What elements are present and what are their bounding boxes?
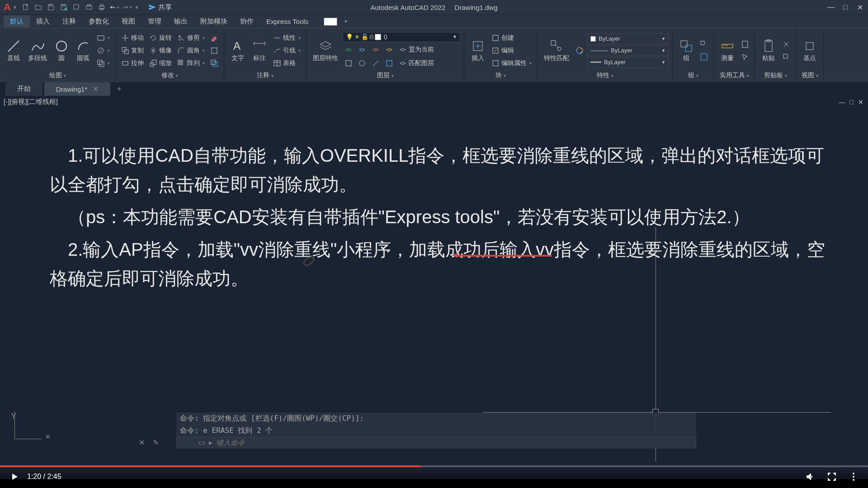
offset-icon[interactable]	[208, 57, 220, 69]
tab-collaborate[interactable]: 协作	[234, 15, 260, 28]
drawing-viewport[interactable]: [-][俯视][二维线框] — □ ✕ 1.可以使用CAD自带功能，输入OVER…	[0, 96, 868, 453]
edit-attr-button[interactable]: 编辑属性	[490, 57, 533, 69]
dimension-button[interactable]: 标注	[250, 38, 269, 63]
tab-appearance[interactable]	[324, 18, 337, 26]
color-wheel-icon[interactable]	[574, 45, 585, 56]
layer-d-icon[interactable]	[383, 57, 395, 69]
layer-selector[interactable]: 💡 ☀ 🔓 ⎙ 0 ▼	[343, 32, 460, 42]
app-menu-dropdown[interactable]: ▼	[13, 5, 17, 10]
group-button[interactable]: 组	[676, 38, 696, 63]
layer-off-icon[interactable]	[370, 44, 382, 56]
cmd-customize-icon[interactable]: ✎	[153, 438, 159, 447]
ungroup-icon[interactable]	[698, 38, 710, 50]
share-button[interactable]: 共享	[148, 3, 172, 12]
panel-annot-label[interactable]: 注释	[228, 70, 302, 80]
minimize-button[interactable]: —	[826, 3, 835, 12]
lineweight-selector[interactable]: ———ByLayer▼	[587, 45, 669, 56]
tab-drawing1[interactable]: Drawing1*✕	[44, 82, 110, 96]
explode-icon[interactable]	[208, 45, 220, 56]
play-button[interactable]	[9, 471, 20, 482]
cmd-close-icon[interactable]: ✕	[139, 438, 145, 447]
move-button[interactable]: 移动	[119, 32, 146, 44]
match-layer-button[interactable]: 匹配图层	[397, 57, 436, 69]
fillet-button[interactable]: 圆角	[175, 45, 207, 56]
tab-parametric[interactable]: 参数化	[82, 15, 115, 28]
copy-button[interactable]: 复制	[119, 45, 146, 56]
edit-block-button[interactable]: 编辑	[490, 45, 533, 56]
panel-block-label[interactable]: 块	[468, 70, 533, 80]
polyline-button[interactable]: 多段线	[25, 38, 50, 63]
undo-icon[interactable]	[109, 2, 119, 12]
close-tab-icon[interactable]: ✕	[93, 85, 99, 93]
panel-util-label[interactable]: 实用工具	[717, 70, 751, 80]
save-icon[interactable]	[46, 2, 56, 12]
arc-button[interactable]: 圆弧	[73, 38, 93, 63]
linetype-selector[interactable]: ━━━ByLayer▼	[587, 57, 669, 68]
web-icon[interactable]	[71, 2, 81, 12]
mirror-button[interactable]: 镜像	[147, 45, 174, 56]
tab-addins[interactable]: 附加模块	[194, 15, 234, 28]
select-icon[interactable]	[739, 51, 751, 63]
measure-button[interactable]: 测量	[717, 38, 737, 63]
tab-output[interactable]: 输出	[168, 15, 194, 28]
group-edit-icon[interactable]	[698, 51, 710, 63]
tab-express-tools[interactable]: Express Tools	[260, 16, 315, 27]
vp-close-icon[interactable]: ✕	[858, 99, 863, 106]
layer-freeze-icon[interactable]	[356, 44, 368, 56]
text-button[interactable]: A文字	[228, 38, 248, 63]
saveas-icon[interactable]	[59, 2, 69, 12]
command-input[interactable]	[216, 439, 693, 447]
command-input-bar[interactable]: ✕ ✎ ▭ ▸	[176, 437, 696, 448]
insert-block-button[interactable]: 插入	[468, 38, 488, 63]
create-block-button[interactable]: 创建	[490, 32, 533, 44]
hatch-button[interactable]	[95, 45, 112, 56]
trim-button[interactable]: 修剪	[175, 32, 207, 44]
layer-lock-icon[interactable]	[383, 44, 395, 56]
match-props-button[interactable]: 特性匹配	[541, 38, 572, 63]
qat-dropdown[interactable]: ▼	[135, 5, 139, 10]
new-icon[interactable]	[21, 2, 31, 12]
rectangle-button[interactable]	[95, 32, 112, 44]
tab-manage[interactable]: 管理	[142, 15, 168, 28]
linear-dim-button[interactable]: 线性	[271, 32, 302, 44]
erase-icon[interactable]	[208, 32, 220, 44]
layer-b-icon[interactable]	[356, 57, 368, 69]
cut-icon[interactable]	[780, 38, 792, 50]
maximize-button[interactable]: □	[841, 3, 850, 12]
basepoint-button[interactable]: 基点	[800, 38, 820, 63]
color-selector[interactable]: ByLayer▼	[587, 33, 669, 44]
panel-view-label[interactable]: 视图	[800, 70, 820, 80]
set-current-layer[interactable]: 置为当前	[397, 44, 436, 56]
tab-start[interactable]: 开始	[5, 82, 42, 96]
array-button[interactable]: 阵列	[175, 57, 207, 69]
scale-button[interactable]: 缩放	[147, 57, 174, 69]
print-icon[interactable]	[97, 2, 107, 12]
panel-layers-label[interactable]: 图层	[310, 70, 460, 80]
fullscreen-button[interactable]	[826, 471, 837, 482]
calc-icon[interactable]	[739, 38, 751, 50]
app-logo[interactable]: A	[4, 1, 11, 13]
add-tab-button[interactable]: +	[112, 83, 126, 96]
layer-iso-icon[interactable]	[343, 44, 354, 56]
panel-clip-label[interactable]: 剪贴板	[759, 70, 792, 80]
layer-props-button[interactable]: 图层特性	[310, 38, 341, 63]
tab-insert[interactable]: 插入	[30, 15, 56, 28]
vp-minimize-icon[interactable]: —	[839, 99, 845, 106]
panel-props-label[interactable]: 特性	[541, 70, 669, 80]
open-icon[interactable]	[33, 2, 43, 12]
more-button[interactable]	[848, 471, 859, 482]
redo-icon[interactable]	[122, 2, 132, 12]
circle-button[interactable]: 圆	[52, 38, 71, 63]
line-button[interactable]: 直线	[4, 38, 24, 63]
tab-default[interactable]: 默认	[4, 15, 30, 28]
tab-view[interactable]: 视图	[115, 15, 142, 28]
close-button[interactable]: ✕	[855, 3, 864, 12]
table-button[interactable]: 表格	[271, 57, 302, 69]
paste-button[interactable]: 粘贴	[759, 38, 778, 63]
vp-maximize-icon[interactable]: □	[850, 99, 854, 106]
layer-c-icon[interactable]	[370, 57, 382, 69]
viewport-label[interactable]: [-][俯视][二维线框]	[4, 98, 58, 106]
rotate-button[interactable]: 旋转	[147, 32, 174, 44]
panel-draw-label[interactable]: 绘图	[4, 70, 112, 80]
copy-clip-icon[interactable]	[780, 51, 792, 63]
